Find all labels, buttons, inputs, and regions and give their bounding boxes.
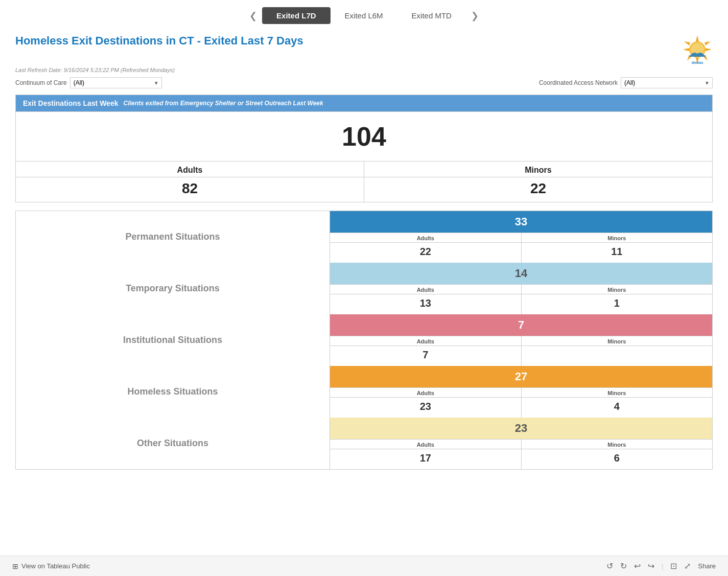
- situation-am-header-minors-0: Minors: [522, 233, 713, 243]
- situation-am-value-row-4: 176: [330, 449, 712, 469]
- grid-icon: ⊞: [12, 562, 18, 570]
- grand-total-row: 104: [15, 112, 713, 162]
- situation-am-header-adults-0: Adults: [330, 233, 522, 243]
- situation-am-value-adults-2: 7: [330, 346, 522, 366]
- situation-block-2: Institutional Situations7AdultsMinors7: [15, 314, 713, 366]
- situation-am-value-minors-2: [522, 346, 713, 366]
- tab-exited-l6m[interactable]: Exited L6M: [331, 7, 397, 24]
- adults-minors-value-row: 82 22: [15, 177, 713, 202]
- situation-total-3: 27: [330, 366, 712, 388]
- situation-data-col-4: 23AdultsMinors176: [330, 418, 712, 469]
- situation-am-value-row-2: 7: [330, 346, 712, 366]
- bottom-bar: ⊞ View on Tableau Public ↺ ↻ ↩ ↪ | ⊡ ⤢ S…: [0, 556, 728, 576]
- situation-am-header-adults-4: Adults: [330, 440, 522, 449]
- grand-total-value: 104: [342, 121, 386, 152]
- situation-am-value-adults-3: 23: [330, 398, 522, 418]
- situation-am-value-row-1: 131: [330, 294, 712, 314]
- situations-container: Permanent Situations33AdultsMinors2211Te…: [15, 211, 713, 470]
- section-header-band: Exit Destinations Last Week Clients exit…: [15, 95, 713, 112]
- can-filter-group: Coordinated Access Network (All): [539, 77, 713, 88]
- svg-marker-7: [684, 41, 690, 45]
- situation-label-2: Institutional Situations: [16, 314, 330, 366]
- download-icon[interactable]: ⊡: [670, 561, 677, 571]
- situation-am-value-adults-0: 22: [330, 243, 522, 263]
- situation-am-header-adults-2: Adults: [330, 336, 522, 346]
- main-content: Homeless Exit Destinations in CT - Exite…: [0, 29, 728, 475]
- situation-label-3: Homeless Situations: [16, 366, 330, 418]
- situation-data-col-0: 33AdultsMinors2211: [330, 211, 712, 263]
- undo-icon[interactable]: ↺: [606, 561, 613, 571]
- svg-marker-1: [704, 41, 711, 45]
- situation-am-value-row-3: 234: [330, 398, 712, 418]
- situation-block-1: Temporary Situations14AdultsMinors131: [15, 263, 713, 314]
- svg-marker-2: [706, 48, 712, 51]
- situation-label-4: Other Situations: [16, 418, 330, 469]
- forward-icon[interactable]: ↪: [648, 561, 654, 571]
- can-label: Coordinated Access Network: [539, 79, 618, 86]
- share-label[interactable]: Share: [698, 562, 716, 570]
- coc-select[interactable]: (All): [70, 77, 162, 88]
- situation-block-0: Permanent Situations33AdultsMinors2211: [15, 211, 713, 263]
- redo-icon[interactable]: ↻: [620, 561, 627, 571]
- adults-minors-header-row: Adults Minors: [15, 162, 713, 177]
- situation-am-header-minors-2: Minors: [522, 336, 713, 346]
- tab-exited-mtd[interactable]: Exited MTD: [397, 7, 466, 24]
- situation-total-0: 33: [330, 211, 712, 233]
- share-icon[interactable]: ⤢: [684, 561, 691, 571]
- situation-am-header-row-0: AdultsMinors: [330, 233, 712, 243]
- situation-data-col-2: 7AdultsMinors7: [330, 314, 712, 366]
- tab-exited-l7d[interactable]: Exited L7D: [262, 7, 331, 24]
- coc-select-wrap[interactable]: (All): [70, 77, 162, 88]
- coc-label: Continuum of Care: [15, 79, 67, 86]
- situation-block-4: Other Situations23AdultsMinors176: [15, 418, 713, 470]
- coc-filter-group: Continuum of Care (All): [15, 77, 162, 88]
- svg-text:dmhas: dmhas: [692, 61, 703, 64]
- back-icon[interactable]: ↩: [634, 561, 641, 571]
- situation-am-value-adults-1: 13: [330, 294, 522, 314]
- next-arrow[interactable]: ❯: [466, 8, 484, 24]
- svg-marker-0: [696, 35, 699, 41]
- situation-am-header-row-2: AdultsMinors: [330, 336, 712, 346]
- situation-label-0: Permanent Situations: [16, 211, 330, 263]
- situation-am-header-row-1: AdultsMinors: [330, 285, 712, 294]
- situation-am-header-row-4: AdultsMinors: [330, 440, 712, 449]
- top-navigation: ❮ Exited L7D Exited L6M Exited MTD ❯: [0, 0, 728, 29]
- situation-am-header-row-3: AdultsMinors: [330, 388, 712, 398]
- minors-header: Minors: [364, 162, 712, 177]
- svg-marker-6: [683, 48, 689, 51]
- prev-arrow[interactable]: ❮: [244, 8, 262, 24]
- can-select-wrap[interactable]: (All): [621, 77, 713, 88]
- situation-am-header-minors-4: Minors: [522, 440, 713, 449]
- situation-total-1: 14: [330, 263, 712, 285]
- situation-am-value-minors-0: 11: [522, 243, 713, 263]
- situation-data-col-3: 27AdultsMinors234: [330, 366, 712, 418]
- situation-block-3: Homeless Situations27AdultsMinors234: [15, 366, 713, 418]
- logo-svg: dmhas: [682, 34, 713, 65]
- page-title: Homeless Exit Destinations in CT - Exite…: [15, 34, 303, 48]
- adults-total-value: 82: [16, 177, 364, 202]
- situation-am-header-adults-1: Adults: [330, 285, 522, 294]
- tableau-link[interactable]: View on Tableau Public: [21, 562, 90, 570]
- situation-data-col-1: 14AdultsMinors131: [330, 263, 712, 314]
- situation-total-2: 7: [330, 314, 712, 336]
- bottom-left: ⊞ View on Tableau Public: [12, 562, 90, 570]
- can-select[interactable]: (All): [621, 77, 713, 88]
- situation-am-value-minors-4: 6: [522, 449, 713, 469]
- situation-am-value-adults-4: 17: [330, 449, 522, 469]
- situation-am-header-adults-3: Adults: [330, 388, 522, 398]
- section-header-title: Exit Destinations Last Week: [23, 99, 118, 107]
- situation-am-header-minors-1: Minors: [522, 285, 713, 294]
- bottom-right: ↺ ↻ ↩ ↪ | ⊡ ⤢ Share: [606, 561, 716, 571]
- filters-row: Continuum of Care (All) Coordinated Acce…: [15, 77, 713, 88]
- situation-am-header-minors-3: Minors: [522, 388, 713, 398]
- situation-label-1: Temporary Situations: [16, 263, 330, 314]
- dmhas-logo: dmhas: [682, 34, 713, 65]
- minors-total-value: 22: [364, 177, 712, 202]
- situation-am-value-row-0: 2211: [330, 243, 712, 263]
- situation-am-value-minors-1: 1: [522, 294, 713, 314]
- refresh-date: Last Refresh Date: 9/16/2024 5:23:22 PM …: [15, 67, 713, 73]
- section-header-subtitle: Clients exited from Emergency Shelter or…: [123, 100, 323, 107]
- situation-total-4: 23: [330, 418, 712, 440]
- situation-am-value-minors-3: 4: [522, 398, 713, 418]
- title-row: Homeless Exit Destinations in CT - Exite…: [15, 34, 713, 65]
